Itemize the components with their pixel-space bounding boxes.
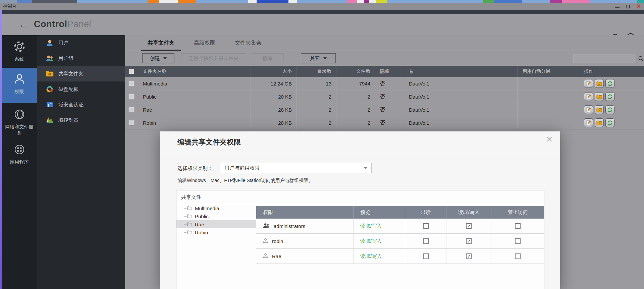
permission-row: Rae 读取/写入: [256, 249, 544, 264]
table-row[interactable]: Multimedia 12.24 GB 13 7944 否 DataVol1: [125, 77, 644, 90]
table-row[interactable]: Robin 28 KB 2 2 否 DataVol1: [125, 116, 644, 129]
dialog-description: 编辑Windows、Mac、FTP和File Station访问的用户与群组权限…: [177, 178, 313, 184]
minimize-button[interactable]: [614, 4, 620, 9]
tree-item-rae[interactable]: Rae: [176, 220, 256, 228]
user-group-icon: [46, 54, 54, 62]
toolbar: 创建 迁移至快照共享文件夹 移除 其它: [125, 53, 644, 63]
edit-permissions-dialog: 编辑共享文件夹权限 ✕ 选择权限类别： 用户与群组权限 编辑Windows、Ma…: [160, 131, 560, 289]
refresh-button[interactable]: [605, 118, 614, 127]
permission-type-select[interactable]: 用户与群组权限: [220, 163, 372, 173]
edit-properties-button[interactable]: [584, 105, 593, 114]
search-input[interactable]: [573, 54, 638, 63]
row-checkbox[interactable]: [129, 94, 134, 99]
col-read-write: 读取/写入: [446, 206, 491, 219]
user-icon: [46, 39, 54, 47]
more-button-label: 其它: [310, 55, 320, 62]
table-row[interactable]: Public 20 KB 2 2 否 DataVol1: [125, 90, 644, 103]
cell-volume: DataVol1: [404, 116, 518, 129]
submenu-item-domain-controller[interactable]: 域控制器: [37, 112, 125, 128]
row-checkbox[interactable]: [129, 120, 134, 125]
sidebar-item-applications[interactable]: 应用程序: [2, 138, 37, 171]
permission-preview: 读取/写入: [354, 238, 382, 244]
search-icon[interactable]: [638, 56, 644, 62]
read-write-checkbox[interactable]: [466, 253, 472, 259]
cell-dirs: 2: [297, 103, 336, 116]
refresh-button[interactable]: [605, 79, 614, 88]
submenu-item-user-groups[interactable]: 用户组: [37, 51, 125, 66]
edit-permissions-button[interactable]: [595, 92, 604, 101]
cell-dirs: 2: [297, 116, 336, 129]
more-button[interactable]: 其它: [301, 53, 336, 63]
edit-properties-button[interactable]: [584, 92, 593, 101]
desktop-wallpaper-strip: [0, 0, 644, 3]
refresh-button[interactable]: [605, 105, 614, 114]
remove-button[interactable]: 移除: [251, 53, 284, 63]
tab-folder-aggregation[interactable]: 文件夹集合: [228, 40, 268, 50]
deny-access-checkbox[interactable]: [515, 223, 521, 229]
window-titlebar: 控制台 ✕: [0, 3, 644, 10]
select-all-checkbox[interactable]: [129, 69, 134, 74]
close-button[interactable]: ✕: [636, 4, 641, 9]
submenu: 用户 用户组: [37, 35, 125, 289]
col-deny-access: 禁止访问: [491, 206, 544, 219]
cell-size: 28 KB: [251, 103, 297, 116]
cell-files: 2: [336, 90, 375, 103]
shared-folder-table: 文件夹名称 大小 目录数 文件数 隐藏 卷 启用自动分层 操作 Multimed…: [125, 66, 644, 129]
panel-body: Multimedia Public Rae: [176, 204, 544, 289]
edit-permissions-button[interactable]: [595, 79, 604, 88]
remove-button-label: 移除: [262, 55, 272, 62]
back-button[interactable]: ←: [19, 19, 28, 30]
read-write-checkbox[interactable]: [466, 238, 472, 244]
globe-icon: [2, 108, 37, 121]
migrate-snapshot-button[interactable]: 迁移至快照共享文件夹: [181, 53, 246, 63]
refresh-button[interactable]: [605, 92, 614, 101]
sidebar-item-network-services[interactable]: 网络和文件服务: [2, 103, 37, 138]
tree-branch-line: [184, 216, 186, 217]
tree-branch-line: [184, 208, 186, 209]
tab-advanced-permissions[interactable]: 高级权限: [187, 40, 222, 50]
row-checkbox[interactable]: [129, 107, 134, 112]
submenu-item-users[interactable]: 用户: [37, 35, 125, 51]
cell-dirs: 2: [297, 90, 336, 103]
cell-volume: DataVol1: [404, 77, 518, 90]
tree-item-robin[interactable]: Robin: [176, 228, 256, 236]
tree-item-multimedia[interactable]: Multimedia: [176, 204, 256, 212]
user-outline-icon: [263, 238, 268, 244]
permission-type-label: 选择权限类别：: [177, 165, 213, 172]
folder-tree: Multimedia Public Rae: [176, 204, 256, 289]
folder-icon: [187, 230, 192, 234]
col-permission: 权限: [256, 206, 354, 219]
cell-tiering: [518, 116, 579, 129]
read-write-checkbox[interactable]: [466, 223, 472, 229]
dialog-close-button[interactable]: ✕: [546, 135, 553, 143]
sidebar-item-label: 系统: [2, 56, 37, 62]
edit-permissions-button[interactable]: [595, 105, 604, 114]
submenu-item-disk-quota[interactable]: 磁盘配额: [37, 81, 125, 97]
cell-folder-name: Public: [138, 90, 251, 103]
row-checkbox[interactable]: [129, 81, 134, 86]
domain-security-icon: [46, 101, 54, 109]
maximize-button[interactable]: [625, 4, 631, 9]
read-only-checkbox[interactable]: [423, 253, 429, 259]
tree-item-public[interactable]: Public: [176, 212, 256, 220]
domain-controller-icon: [46, 116, 54, 124]
read-only-checkbox[interactable]: [423, 223, 429, 229]
page-title-bold: Control: [34, 19, 67, 29]
tab-shared-folders[interactable]: 共享文件夹: [141, 40, 181, 51]
edit-properties-button[interactable]: [584, 118, 593, 127]
deny-access-checkbox[interactable]: [515, 253, 521, 259]
sidebar-item-permissions[interactable]: 权限: [2, 68, 37, 103]
create-button[interactable]: 创建: [142, 53, 174, 63]
sidebar-item-system[interactable]: 系统: [2, 35, 37, 68]
cell-folder-name: Rae: [138, 103, 251, 116]
shared-files-panel: 共享文件 Multimedia Public: [176, 190, 544, 289]
table-row[interactable]: Rae 28 KB 2 2 否 DataVol1: [125, 103, 644, 116]
submenu-item-domain-security[interactable]: 域安全认证: [37, 97, 125, 112]
read-only-checkbox[interactable]: [423, 238, 429, 244]
deny-access-checkbox[interactable]: [515, 238, 521, 244]
col-folder-name: 文件夹名称: [138, 66, 251, 77]
edit-properties-button[interactable]: [584, 79, 593, 88]
submenu-item-shared-folders[interactable]: 共享文件夹: [37, 66, 125, 81]
edit-permissions-button[interactable]: [595, 118, 604, 127]
col-operations: 操作: [579, 66, 644, 77]
